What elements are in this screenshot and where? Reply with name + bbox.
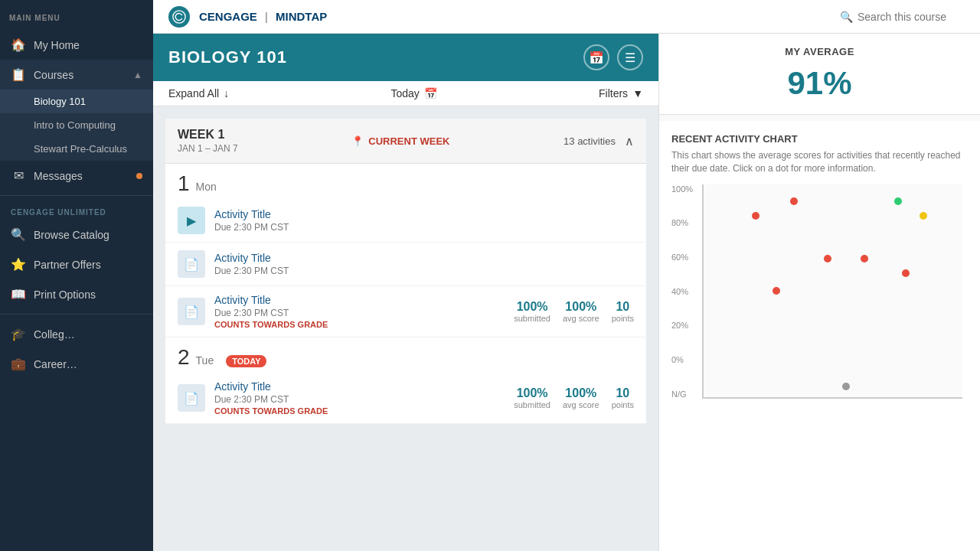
chart-dot[interactable] — [920, 212, 927, 220]
college-icon: 🎓 — [11, 327, 26, 341]
day-name-1: Mon — [196, 181, 217, 193]
list-icon-btn[interactable]: ☰ — [617, 44, 643, 70]
calendar-icon-btn[interactable]: 📅 — [583, 44, 609, 70]
avg-score-stat: 100% avg score — [563, 300, 599, 323]
week-header: WEEK 1 JAN 1 – JAN 7 📍 CURRENT WEEK 13 a… — [165, 119, 646, 164]
activity-info: Activity Title Due 2:30 PM CST — [214, 208, 634, 233]
activity-title[interactable]: Activity Title — [214, 380, 505, 393]
course-header: BIOLOGY 101 📅 ☰ — [153, 34, 658, 81]
submitted-stat: 100% submitted — [514, 386, 550, 409]
search-bar[interactable]: 🔍 — [840, 11, 965, 23]
activity-count: 13 activities — [564, 135, 616, 147]
cengage-unlimited-label: CENGAGE UNLIMITED — [0, 201, 153, 220]
chart-section: RECENT ACTIVITY CHART This chart shows t… — [659, 121, 980, 551]
day-number-2: 2 — [178, 345, 190, 370]
message-notification-dot — [136, 173, 142, 179]
cengage-logo-icon — [168, 6, 190, 28]
submitted-value: 100% — [514, 386, 550, 400]
chart-dot[interactable] — [842, 383, 850, 390]
points-stat: 10 points — [612, 300, 634, 323]
sidebar-item-print-options[interactable]: 📖 Print Options — [0, 279, 153, 309]
y-label-0: 0% — [671, 355, 693, 364]
browse-icon: 🔍 — [11, 227, 26, 242]
avg-score-value: 100% — [563, 300, 599, 314]
right-panel: MY AVERAGE 91% RECENT ACTIVITY CHART Thi… — [658, 34, 980, 551]
submitted-stat: 100% submitted — [514, 300, 550, 323]
divider-2 — [0, 314, 153, 315]
search-input[interactable] — [858, 11, 965, 23]
messages-icon: ✉ — [11, 168, 26, 183]
chart-dot[interactable] — [894, 197, 902, 205]
course-toolbar: Expand All ↓ Today 📅 Filters ▼ — [153, 81, 658, 106]
chart-dot[interactable] — [861, 255, 868, 262]
doc-icon: 📄 — [178, 250, 205, 278]
points-stat: 10 points — [612, 386, 634, 409]
sidebar-course-stewart[interactable]: Stewart Pre-Calculus — [0, 137, 153, 161]
video-icon: ▶ — [178, 207, 205, 234]
chart-wrapper: 100% 80% 60% 40% 20% 0% N/G — [671, 184, 968, 399]
logo-pipe: | — [265, 10, 268, 23]
day-block-1: 1 Mon ▶ Activity Title Due 2:30 PM CST — [165, 164, 646, 337]
grade-badge: COUNTS TOWARDS GRADE — [214, 320, 505, 329]
chart-dot[interactable] — [790, 197, 798, 205]
y-label-100: 100% — [671, 184, 693, 194]
sidebar-item-my-home[interactable]: 🏠 My Home — [0, 30, 153, 60]
sidebar-course-intro-computing[interactable]: Intro to Computing — [0, 113, 153, 137]
courses-list: Biology 101 Intro to Computing Stewart P… — [0, 90, 153, 161]
sidebar-item-courses[interactable]: 📋 Courses ▲ — [0, 60, 153, 90]
course-body[interactable]: WEEK 1 JAN 1 – JAN 7 📍 CURRENT WEEK 13 a… — [153, 106, 658, 551]
activity-due: Due 2:30 PM CST — [214, 394, 505, 405]
day-name-2: Tue — [196, 354, 214, 367]
filters-label: Filters — [599, 87, 628, 99]
location-icon: 📍 — [351, 135, 364, 147]
sidebar-item-messages[interactable]: ✉ Messages — [0, 161, 153, 191]
app-logo: CENGAGE | MINDTAP — [168, 6, 327, 28]
sidebar: MAIN MENU 🏠 My Home 📋 Courses ▲ Biology … — [0, 0, 153, 551]
chart-dot[interactable] — [824, 255, 831, 262]
filters-btn[interactable]: Filters ▼ — [599, 87, 643, 99]
sidebar-item-career[interactable]: 💼 Career… — [0, 349, 153, 379]
activity-due: Due 2:30 PM CST — [214, 266, 634, 276]
my-average-section: MY AVERAGE 91% — [659, 34, 980, 115]
content-area: BIOLOGY 101 📅 ☰ Expand All ↓ Today 📅 Fil… — [153, 34, 980, 551]
chart-dot[interactable] — [773, 287, 780, 295]
home-icon: 🏠 — [11, 37, 26, 52]
avg-score-value: 100% — [563, 386, 599, 400]
expand-all-label: Expand All — [168, 87, 219, 99]
cengage-label: CENGAGE — [199, 10, 257, 23]
today-badge: TODAY — [226, 355, 266, 367]
activity-info: Activity Title Due 2:30 PM CST COUNTS TO… — [214, 380, 505, 416]
today-btn[interactable]: Today 📅 — [390, 87, 436, 99]
activity-row: 📄 Activity Title Due 2:30 PM CST COUNTS … — [165, 373, 646, 424]
activity-title[interactable]: Activity Title — [214, 294, 505, 306]
expand-all-btn[interactable]: Expand All ↓ — [168, 87, 229, 99]
submitted-value: 100% — [514, 300, 550, 314]
activity-info: Activity Title Due 2:30 PM CST COUNTS TO… — [214, 294, 505, 329]
chart-dot[interactable] — [752, 212, 760, 220]
filter-icon: ▼ — [632, 87, 643, 99]
main-wrapper: CENGAGE | MINDTAP 🔍 BIOLOGY 101 📅 ☰ — [153, 0, 980, 551]
avg-score-stat: 100% avg score — [563, 386, 599, 409]
sidebar-course-biology101[interactable]: Biology 101 — [0, 90, 153, 113]
avg-score-label: avg score — [563, 314, 599, 323]
sidebar-item-partner-offers[interactable]: ⭐ Partner Offers — [0, 249, 153, 279]
points-label: points — [612, 314, 634, 323]
activity-stats: 100% submitted 100% avg score 10 points — [514, 386, 634, 409]
chart-desc: This chart shows the average scores for … — [671, 149, 968, 175]
points-label: points — [612, 400, 634, 409]
activity-due: Due 2:30 PM CST — [214, 308, 505, 318]
sidebar-item-college[interactable]: 🎓 Colleg… — [0, 319, 153, 349]
course-content: BIOLOGY 101 📅 ☰ Expand All ↓ Today 📅 Fil… — [153, 34, 658, 551]
activity-title[interactable]: Activity Title — [214, 208, 634, 220]
activity-title[interactable]: Activity Title — [214, 252, 634, 264]
day-block-2: 2 Tue TODAY 📄 Activity Title Due 2:30 PM… — [165, 337, 646, 424]
collapse-week-btn[interactable]: ∧ — [625, 134, 634, 148]
week-meta: 13 activities ∧ — [564, 134, 634, 148]
week-block: WEEK 1 JAN 1 – JAN 7 📍 CURRENT WEEK 13 a… — [165, 119, 646, 424]
y-label-40: 40% — [671, 287, 693, 296]
mindtap-label: MINDTAP — [276, 10, 327, 23]
main-menu-label: MAIN MENU — [0, 0, 153, 30]
chart-dot[interactable] — [902, 269, 910, 277]
points-value: 10 — [612, 386, 634, 400]
sidebar-item-browse-catalog[interactable]: 🔍 Browse Catalog — [0, 220, 153, 249]
